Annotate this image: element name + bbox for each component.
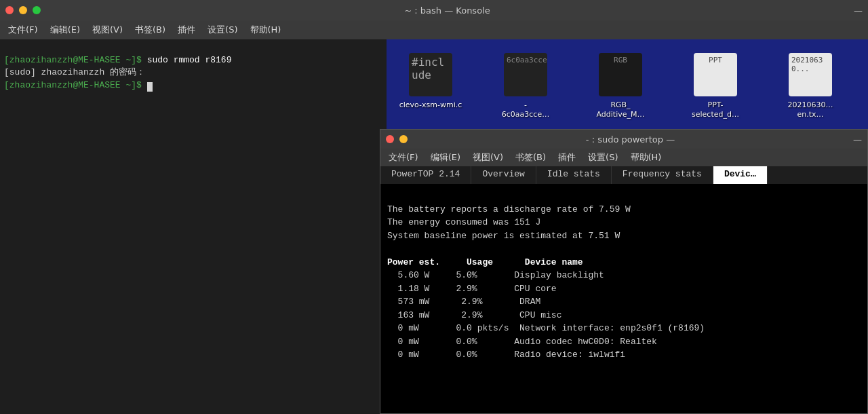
powertop-row-3: 573 mW 2.9% DRAM bbox=[387, 297, 540, 307]
powertop-row-1: 5.60 W 5.0% Display backlight bbox=[387, 270, 604, 280]
powertop-tab-idle[interactable]: Idle stats bbox=[536, 166, 612, 184]
powertop-menu-view[interactable]: 视图(V) bbox=[467, 150, 509, 165]
powertop-tab-overview[interactable]: Overview bbox=[471, 166, 536, 184]
menu-bookmarks[interactable]: 书签(B) bbox=[130, 22, 171, 37]
main-title: ~ : bash — Konsole bbox=[46, 5, 848, 16]
powertop-min-btn[interactable] bbox=[399, 135, 408, 143]
menu-help[interactable]: 帮助(H) bbox=[245, 22, 287, 37]
menu-settings[interactable]: 设置(S) bbox=[202, 22, 243, 37]
powertop-menubar: 文件(F) 编辑(E) 视图(V) 书签(B) 插件 设置(S) 帮助(H) bbox=[380, 149, 867, 166]
menu-plugins[interactable]: 插件 bbox=[172, 22, 201, 37]
powertop-menu-edit[interactable]: 编辑(E) bbox=[425, 150, 466, 165]
terminal-line-2: [sudo] zhaozihanzzh 的密码： bbox=[4, 67, 145, 77]
main-right-btn[interactable]: — bbox=[854, 5, 863, 16]
menu-file[interactable]: 文件(F) bbox=[3, 22, 43, 37]
powertop-menu-settings[interactable]: 设置(S) bbox=[583, 150, 623, 165]
main-menubar: 文件(F) 编辑(E) 视图(V) 书签(B) 插件 设置(S) 帮助(H) bbox=[0, 20, 868, 39]
powertop-titlebar: - : sudo powertop — — bbox=[380, 130, 867, 149]
powertop-content: PowerTOP 2.14 Overview Idle stats Freque… bbox=[380, 166, 867, 413]
powertop-tab-version[interactable]: PowerTOP 2.14 bbox=[380, 166, 471, 184]
powertop-row-5: 0 mW 0.0 pkts/s Network interface: enp2s… bbox=[387, 323, 705, 333]
minimize-btn[interactable] bbox=[19, 6, 27, 14]
powertop-body: The battery reports a discharge rate of … bbox=[380, 184, 867, 380]
terminal-prompt-3: [zhaozihanzzh@ME-HASEE ~]$ bbox=[4, 80, 142, 90]
powertop-row-6: 0 mW 0.0% Audio codec hwC0D0: Realtek bbox=[387, 337, 657, 347]
powertop-info-line1: The battery reports a discharge rate of … bbox=[387, 204, 631, 214]
terminal-prompt-1: [zhaozihanzzh@ME-HASEE ~]$ bbox=[4, 55, 142, 65]
powertop-right-btn[interactable]: — bbox=[853, 134, 862, 145]
terminal-panel: [zhaozihanzzh@ME-HASEE ~]$ sudo rmmod r8… bbox=[0, 39, 387, 414]
powertop-menu-plugins[interactable]: 插件 bbox=[553, 150, 581, 165]
powertop-close-btn[interactable] bbox=[386, 135, 394, 143]
powertop-title: - : sudo powertop — bbox=[413, 134, 848, 145]
powertop-info-line3: System baseline power is estimated at 7.… bbox=[387, 231, 620, 241]
menu-view[interactable]: 视图(V) bbox=[87, 22, 128, 37]
powertop-tab-freq[interactable]: Frequency stats bbox=[612, 166, 713, 184]
powertop-menu-help[interactable]: 帮助(H) bbox=[625, 150, 667, 165]
close-btn[interactable] bbox=[5, 6, 14, 14]
menu-edit[interactable]: 编辑(E) bbox=[45, 22, 85, 37]
powertop-row-7: 0 mW 0.0% Radio device: iwlwifi bbox=[387, 350, 625, 360]
powertop-row-4: 163 mW 2.9% CPU misc bbox=[387, 310, 561, 320]
main-titlebar: ~ : bash — Konsole — bbox=[0, 0, 868, 20]
powertop-window: - : sudo powertop — — 文件(F) 编辑(E) 视图(V) … bbox=[380, 129, 868, 414]
powertop-table-header: Power est. Usage Device name bbox=[387, 257, 583, 267]
powertop-menu-file[interactable]: 文件(F) bbox=[383, 150, 424, 165]
powertop-row-2: 1.18 W 2.9% CPU core bbox=[387, 284, 557, 294]
powertop-tabs: PowerTOP 2.14 Overview Idle stats Freque… bbox=[380, 166, 867, 184]
powertop-info-line2: The energy consumed was 151 J bbox=[387, 217, 540, 227]
powertop-tab-device[interactable]: Devic… bbox=[713, 166, 768, 184]
terminal-output[interactable]: [zhaozihanzzh@ME-HASEE ~]$ sudo rmmod r8… bbox=[0, 39, 387, 107]
powertop-menu-bookmarks[interactable]: 书签(B) bbox=[510, 150, 551, 165]
terminal-cmd-1: sudo rmmod r8169 bbox=[147, 55, 232, 65]
maximize-btn[interactable] bbox=[33, 6, 41, 14]
